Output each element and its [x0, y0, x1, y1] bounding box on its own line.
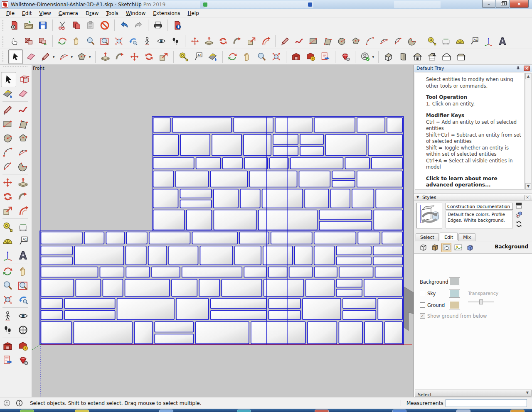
redo-button[interactable]: [132, 19, 145, 32]
orbit-button[interactable]: [1, 265, 15, 278]
view-front-button[interactable]: [411, 50, 424, 63]
background-settings-button[interactable]: [441, 243, 451, 252]
rotate-button[interactable]: [217, 35, 229, 47]
protractor-button[interactable]: [1, 234, 15, 248]
pin-icon[interactable]: [515, 66, 521, 71]
position-camera-button[interactable]: [1, 309, 15, 323]
open-button[interactable]: [22, 19, 35, 32]
taskbar-icon[interactable]: [456, 410, 470, 412]
previous-view-button[interactable]: [127, 35, 139, 47]
print-button[interactable]: [152, 19, 164, 32]
polygon-button[interactable]: [350, 35, 362, 47]
text-button[interactable]: A1: [192, 50, 204, 63]
eraser-button[interactable]: [25, 50, 37, 63]
taskbar-icon[interactable]: [75, 410, 89, 412]
share-model-button[interactable]: [1, 353, 15, 367]
look-around-button[interactable]: [16, 309, 30, 323]
paint-bucket-button[interactable]: [1, 87, 15, 101]
menu-camera[interactable]: Camera: [55, 10, 82, 17]
update-style-icon[interactable]: [515, 221, 523, 228]
minimize-button[interactable]: –: [482, 0, 495, 8]
axes-button[interactable]: [482, 35, 495, 47]
title-bar[interactable]: Wallstone-Dimensional-Ashlar-3D-#1.skp -…: [0, 0, 532, 9]
ruby-gem-button[interactable]: [339, 50, 352, 63]
component-sampler-button[interactable]: [22, 35, 35, 47]
eraser-button[interactable]: [16, 87, 30, 101]
restore-button[interactable]: [496, 0, 509, 8]
3d-text-button[interactable]: [16, 248, 30, 262]
toolbar-grip[interactable]: [2, 52, 6, 62]
menu-draw[interactable]: Draw: [82, 10, 102, 17]
zoom-button[interactable]: [1, 279, 15, 292]
edge-settings-button[interactable]: [418, 243, 428, 252]
cut-button[interactable]: [56, 19, 69, 32]
select-button[interactable]: [1, 72, 16, 87]
select-collapsed-bar[interactable]: Select ▼: [415, 390, 532, 397]
view-top-button[interactable]: [426, 50, 438, 63]
watermark-settings-button[interactable]: [453, 243, 463, 252]
copy-button[interactable]: [70, 19, 83, 32]
polygon-button[interactable]: [75, 50, 88, 63]
follow-me-button[interactable]: [16, 190, 30, 204]
toolbar-grip[interactable]: [2, 36, 6, 47]
follow-me-button[interactable]: [231, 35, 244, 47]
push-pull-button[interactable]: [99, 50, 112, 63]
push-pull-button[interactable]: [16, 176, 30, 189]
measurements-input[interactable]: [446, 399, 527, 407]
scroll-up-icon[interactable]: ▲: [525, 73, 531, 79]
account-dropdown[interactable]: ▾: [372, 55, 374, 59]
walk-button[interactable]: [169, 35, 182, 47]
pie-button[interactable]: [16, 159, 30, 173]
polygon-dropdown[interactable]: ▾: [89, 55, 91, 59]
rotated-rectangle-button[interactable]: [321, 35, 334, 47]
scroll-down-icon[interactable]: ▼: [525, 183, 531, 189]
transparency-slider[interactable]: [468, 299, 494, 305]
new-document-button[interactable]: [8, 19, 21, 32]
sky-color-swatch[interactable]: [449, 289, 460, 298]
undo-button[interactable]: [118, 19, 131, 32]
tab-edit[interactable]: Edit: [440, 233, 458, 240]
3d-text-button[interactable]: [496, 35, 509, 47]
offset-button[interactable]: [259, 35, 272, 47]
style-name-field[interactable]: [446, 203, 513, 210]
rotate-button[interactable]: [1, 190, 15, 204]
create-style-icon[interactable]: [515, 211, 523, 218]
three-point-arc-button[interactable]: [1, 159, 15, 173]
collapse-triangle-icon[interactable]: ▼: [416, 195, 419, 199]
secondary-pane-toggle-icon[interactable]: [515, 202, 523, 209]
share-model-button[interactable]: [319, 50, 332, 63]
line-dropdown[interactable]: ▾: [53, 55, 55, 59]
offset-button[interactable]: [16, 204, 30, 218]
select-button[interactable]: [8, 49, 23, 64]
3d-warehouse-button[interactable]: [304, 50, 317, 63]
info-status-icon[interactable]: [16, 400, 23, 407]
taskbar-icon[interactable]: [510, 410, 525, 412]
ashlar-wall-model[interactable]: [32, 65, 414, 397]
dimension-button[interactable]: [16, 220, 30, 234]
circle-button[interactable]: [335, 35, 348, 47]
two-point-arc-button[interactable]: [57, 50, 70, 63]
freehand-button[interactable]: [293, 35, 305, 47]
push-pull-button[interactable]: [203, 35, 215, 47]
scale-button[interactable]: [157, 50, 170, 63]
pan-button[interactable]: [70, 35, 83, 47]
zoom-extents-button[interactable]: [113, 35, 125, 47]
freehand-button[interactable]: [16, 103, 30, 117]
menu-view[interactable]: View: [35, 10, 54, 17]
view-left-button[interactable]: [440, 50, 453, 63]
instructor-scrollbar[interactable]: ▲ ▼: [525, 73, 532, 190]
taskbar-icon[interactable]: [392, 410, 406, 412]
taskbar-icon[interactable]: [237, 410, 251, 412]
style-thumbnail[interactable]: [416, 203, 442, 228]
pointer-hand-button[interactable]: [8, 35, 21, 47]
menu-file[interactable]: File: [2, 10, 18, 17]
toolbar-grip[interactable]: [2, 20, 6, 31]
face-settings-button[interactable]: [430, 243, 440, 252]
rotate-button[interactable]: [143, 50, 155, 63]
move-button[interactable]: [189, 35, 201, 47]
circle-button[interactable]: [1, 131, 15, 145]
delete-button[interactable]: [99, 19, 111, 32]
rectangle-button[interactable]: [307, 35, 320, 47]
previous-view-button[interactable]: [16, 293, 30, 307]
zoom-button[interactable]: [255, 50, 268, 63]
